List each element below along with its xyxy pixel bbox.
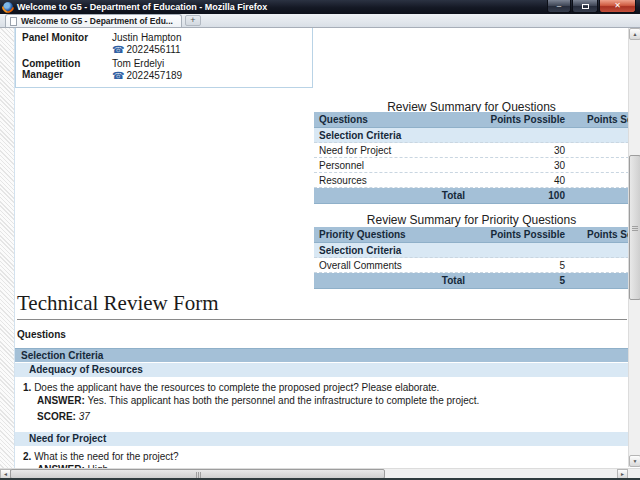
section-header-selection-criteria: Selection Criteria [15, 348, 628, 362]
new-tab-button[interactable]: + [185, 15, 201, 26]
table-row: Personnel 30 [314, 158, 628, 173]
contact-role: Competition Manager [22, 58, 112, 81]
thumb-grip [632, 226, 638, 231]
summary-priority-title: Review Summary for Priority Questions [314, 213, 628, 227]
phone-icon: ☎ [112, 45, 124, 55]
contact-row: Competition Manager Tom Erdelyi ☎ 202245… [22, 58, 312, 81]
col-priority-questions: Priority Questions [314, 229, 479, 240]
contact-role: Panel Monitor [22, 32, 112, 55]
section-row: Selection Criteria [314, 128, 628, 143]
page-margin-stripes [0, 28, 14, 468]
window-title: Welcome to G5 - Department of Education … [17, 2, 267, 12]
table-header-row: Priority Questions Points Possible Point… [314, 227, 628, 243]
col-points-scored: Points Sco [567, 114, 628, 125]
page-title: Technical Review Form [17, 291, 627, 320]
contact-row: Panel Monitor Justin Hampton ☎ 202245611… [22, 32, 312, 55]
browser-window: Welcome to G5 - Department of Education … [0, 0, 640, 480]
total-row: Total 5 [314, 273, 628, 289]
maximize-button[interactable] [572, 0, 598, 13]
col-points-possible: Points Possible [479, 114, 567, 125]
scroll-up-button[interactable]: ▲ [629, 28, 640, 40]
contact-name: Tom Erdelyi [112, 58, 182, 69]
subsection-adequacy-of-resources: Adequacy of Resources [15, 363, 628, 377]
tab-title: Welcome to G5 - Department of Edu... [21, 16, 173, 26]
title-bar[interactable]: Welcome to G5 - Department of Education … [0, 0, 640, 14]
close-button[interactable]: ✕ [599, 0, 636, 13]
questions-label: Questions [17, 329, 66, 340]
table-row: Resources 40 [314, 173, 628, 188]
minimize-button[interactable]: – [547, 0, 571, 13]
summary-priority-table: Priority Questions Points Possible Point… [314, 227, 628, 289]
table-row: Overall Comments 5 [314, 258, 628, 273]
page-content: Panel Monitor Justin Hampton ☎ 202245611… [14, 28, 628, 468]
horizontal-scrollbar[interactable]: ◄ ► [0, 468, 640, 478]
contact-phone: 2022456111 [126, 44, 180, 55]
maximize-icon [582, 4, 589, 9]
question-2: 2. What is the need for the project? [15, 450, 628, 463]
contact-name: Justin Hampton [112, 32, 181, 43]
col-points-possible: Points Possible [479, 229, 567, 240]
score-1: SCORE: 37 [15, 410, 628, 423]
scroll-down-button[interactable]: ▼ [629, 455, 640, 467]
tab-welcome-g5[interactable]: Welcome to G5 - Department of Edu... [5, 14, 182, 27]
vertical-scrollbar[interactable]: ▲ ▼ [628, 28, 640, 467]
vertical-scroll-thumb[interactable] [629, 155, 640, 300]
tab-bar: Welcome to G5 - Department of Edu... + [0, 14, 640, 28]
table-header-row: Questions Points Possible Points Sco [314, 112, 628, 128]
section-row: Selection Criteria [314, 243, 628, 258]
firefox-icon [3, 2, 13, 12]
table-row: Need for Project 30 [314, 143, 628, 158]
subsection-need-for-project: Need for Project [15, 432, 628, 446]
phone-icon: ☎ [112, 71, 124, 81]
page-icon [10, 17, 17, 26]
summary-questions-table: Questions Points Possible Points Sco Sel… [314, 112, 628, 204]
col-questions: Questions [314, 114, 479, 125]
question-1: 1. Does the applicant have the resources… [15, 381, 628, 394]
contacts-box: Panel Monitor Justin Hampton ☎ 202245611… [15, 28, 313, 88]
window-controls: – ✕ [547, 0, 636, 13]
col-points-scored: Points Sco [567, 229, 628, 240]
questions-section: Selection Criteria Adequacy of Resources… [15, 348, 628, 468]
total-row: Total 100 [314, 188, 628, 204]
answer-1: ANSWER: Yes. This applicant has both the… [15, 394, 628, 407]
contact-phone: 2022457189 [126, 70, 182, 81]
